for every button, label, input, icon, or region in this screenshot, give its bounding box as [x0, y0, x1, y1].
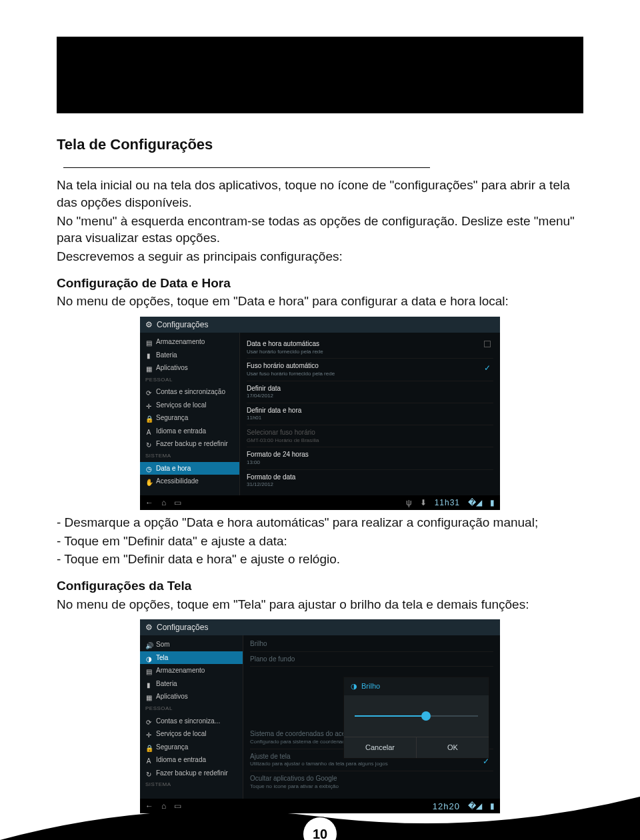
option-sublabel: Usar fuso horário fornecido pela rede — [247, 371, 493, 378]
option-sublabel: 11h01 — [247, 415, 493, 422]
paragraph: Na tela inicial ou na tela dos aplicativ… — [57, 177, 583, 211]
bullet: - Desmarque a opção "Data e hora automát… — [57, 514, 583, 531]
lock-icon: 🔒 — [145, 415, 152, 421]
screenshot-date-time: ⚙ Configurações ▤Armazenamento ▮Bateria … — [140, 317, 500, 510]
page-number: 10 — [313, 827, 327, 841]
option-label: Data e hora automáticas — [247, 339, 493, 349]
option-label: Selecionar fuso horário — [247, 428, 493, 437]
sidebar-item-label: Som — [156, 640, 170, 649]
sidebar-heading: SISTEMA — [140, 451, 239, 462]
screenshot-title-bar: ⚙ Configurações — [140, 619, 500, 635]
sidebar-item-label: Tela — [156, 653, 168, 663]
usb-icon: ψ — [406, 497, 412, 508]
recent-icon[interactable]: ▭ — [174, 497, 181, 508]
sidebar-item-label: Idioma e entrada — [156, 755, 206, 765]
sound-icon: 🔊 — [145, 641, 152, 648]
lock-icon: 🔒 — [145, 744, 152, 751]
bullet: - Toque em "Definir data" e ajuste a dat… — [57, 533, 583, 550]
sidebar-item-label: Serviços de local — [156, 729, 207, 739]
section-rule — [63, 167, 430, 168]
option-sublabel: Usar horário fornecido pela rede — [247, 349, 493, 356]
paragraph: Descrevemos a seguir as principais confi… — [57, 248, 583, 265]
clock-icon: ◷ — [145, 465, 152, 471]
option-sublabel: 31/12/2012 — [247, 481, 493, 489]
display-icon: ◑ — [145, 655, 152, 661]
sidebar-item-label: Contas e sincronização — [156, 387, 225, 397]
location-icon: ✛ — [145, 731, 152, 737]
sidebar-item-label: Idioma e entrada — [156, 427, 206, 436]
sidebar-heading: PESSOAL — [140, 375, 239, 386]
sidebar-item-label: Armazenamento — [156, 666, 205, 675]
language-icon: A — [145, 757, 152, 763]
download-icon: ⬇ — [420, 497, 427, 508]
storage-icon: ▤ — [145, 339, 152, 345]
paragraph: No "menu" à esquerda encontram-se todas … — [57, 213, 583, 247]
storage-icon: ▤ — [145, 667, 152, 674]
sidebar-item-label: Aplicativos — [156, 692, 188, 701]
option-label: Formato de 24 horas — [247, 450, 493, 459]
option-sublabel: GMT-03:00 Horário de Brasília — [247, 437, 493, 445]
battery-status-icon: ▮ — [490, 497, 495, 508]
sidebar: 🔊Som ◑Tela ▤Armazenamento ▮Bateria ▦Apli… — [140, 635, 243, 799]
dialog-title: Brilho — [361, 681, 380, 691]
sync-icon: ⟳ — [145, 718, 152, 725]
sidebar-item-label: Bateria — [156, 351, 177, 360]
apps-icon: ▦ — [145, 693, 152, 700]
sidebar-item-label: Segurança — [156, 743, 188, 752]
option-label: Fuso horário automático — [247, 361, 493, 371]
option-label: Brilho — [250, 639, 493, 649]
settings-icon: ⚙ — [145, 319, 153, 330]
sidebar-heading: PESSOAL — [140, 703, 243, 715]
option-label: Plano de fundo — [250, 655, 493, 664]
sidebar-item-label: Fazer backup e redefinir — [156, 439, 228, 449]
sidebar-item-label: Acessibilidade — [156, 477, 199, 486]
sync-icon: ⟳ — [145, 389, 152, 395]
ok-button[interactable]: OK — [416, 737, 489, 758]
backup-icon: ↻ — [145, 441, 152, 447]
accessibility-icon: ✋ — [145, 478, 152, 485]
paragraph: No menu de opções, toque em "Data e hora… — [57, 293, 583, 310]
option-label: Definir data e hora — [247, 406, 493, 415]
sidebar-item-label: Data e hora — [156, 464, 191, 473]
slider-thumb-icon[interactable] — [421, 711, 431, 721]
screenshot-title-bar: ⚙ Configurações — [140, 317, 500, 333]
screenshot-title: Configurações — [157, 622, 208, 633]
brightness-slider[interactable] — [355, 715, 478, 717]
option-label: Definir data — [247, 384, 493, 393]
apps-icon: ▦ — [145, 365, 152, 371]
settings-panel: Brilho Plano de fundo Sistema de coorden… — [243, 635, 500, 799]
sidebar-item-label: Contas e sincroniza... — [156, 717, 220, 726]
backup-icon: ↻ — [145, 770, 152, 777]
settings-panel: Data e hora automáticasUsar horário forn… — [240, 333, 500, 495]
wifi-icon: �◢ — [468, 497, 482, 508]
brightness-icon: ◑ — [351, 681, 357, 691]
header-black-bar — [57, 37, 583, 113]
sidebar-item-label: Serviços de local — [156, 401, 207, 410]
status-clock: 11h31 — [435, 497, 460, 508]
checkbox-on-icon[interactable]: ✓ — [484, 363, 491, 373]
battery-icon: ▮ — [145, 681, 152, 687]
bullet: - Toque em "Definir data e hora" e ajust… — [57, 551, 583, 568]
option-sublabel: 17/04/2012 — [247, 393, 493, 400]
option-label: Formato de data — [247, 473, 493, 482]
sidebar: ▤Armazenamento ▮Bateria ▦Aplicativos PES… — [140, 333, 240, 495]
paragraph: No menu de opções, toque em "Tela" para … — [57, 596, 583, 613]
brightness-dialog: ◑Brilho Cancelar OK — [343, 677, 489, 759]
sidebar-item-label: Armazenamento — [156, 337, 205, 347]
home-icon[interactable]: ⌂ — [161, 497, 166, 508]
cancel-button[interactable]: Cancelar — [344, 737, 416, 758]
location-icon: ✛ — [145, 402, 152, 409]
language-icon: A — [145, 428, 152, 435]
sidebar-item-label: Segurança — [156, 413, 188, 423]
android-navbar: ← ⌂ ▭ ψ ⬇ 11h31 �◢ ▮ — [140, 495, 500, 510]
subsection-heading: Configuração de Data e Hora — [57, 275, 583, 292]
subsection-heading: Configurações da Tela — [57, 577, 583, 595]
screenshot-title: Configurações — [157, 319, 208, 330]
option-sublabel: 13:00 — [247, 459, 493, 467]
checkbox-off-icon[interactable] — [484, 341, 491, 347]
sidebar-item-label: Aplicativos — [156, 363, 188, 373]
back-icon[interactable]: ← — [145, 497, 153, 508]
sidebar-item-label: Bateria — [156, 679, 177, 689]
section-title: Tela de Configurações — [57, 135, 213, 155]
battery-icon: ▮ — [145, 351, 152, 358]
